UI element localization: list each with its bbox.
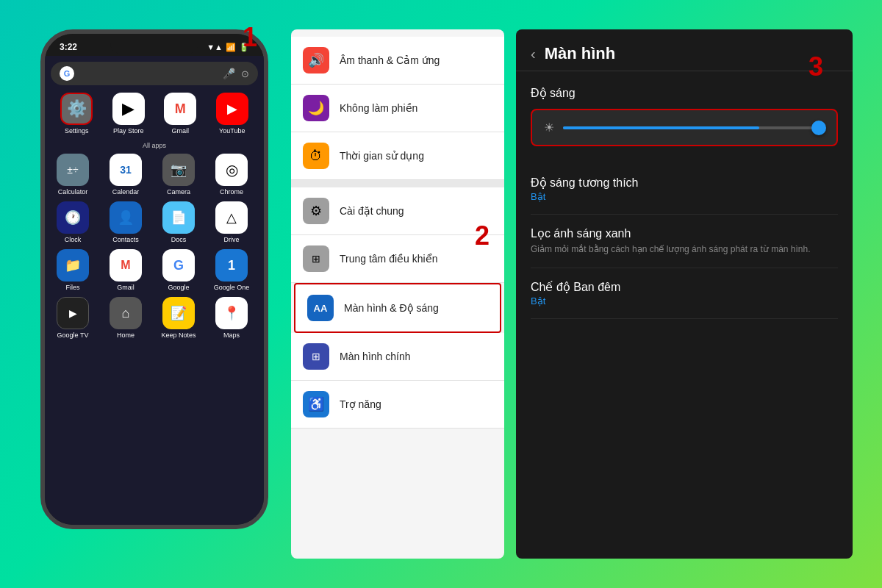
settings-item-control[interactable]: ⊞ Trung tâm điều khiển bbox=[291, 235, 504, 283]
files-icon: 📁 bbox=[57, 249, 89, 282]
app-drive[interactable]: △ Drive bbox=[209, 201, 254, 243]
app-contacts-label: Contacts bbox=[112, 236, 139, 243]
status-time: 3:22 bbox=[60, 42, 77, 52]
app-playstore[interactable]: ▶ Play Store bbox=[107, 93, 151, 135]
app-youtube-label: YouTube bbox=[219, 127, 245, 135]
mic-icon: 🎤 bbox=[223, 68, 235, 79]
nightmode-subtitle: Bật bbox=[531, 295, 838, 306]
phone-panel: 1 3:22 ▼▲ 📶 🔋 G 🎤 ⊙ bbox=[29, 29, 279, 559]
chrome-icon: ◎ bbox=[215, 154, 248, 186]
maps-icon: 📍 bbox=[215, 297, 248, 329]
camera-icon: 📷 bbox=[162, 154, 195, 186]
access-text: Trợ năng bbox=[340, 398, 381, 410]
app-camera[interactable]: 📷 Camera bbox=[157, 154, 201, 196]
settings-item-general[interactable]: ⚙ Cài đặt chung bbox=[291, 187, 504, 235]
app-playstore-label: Play Store bbox=[113, 127, 144, 135]
app-chrome-label: Chrome bbox=[220, 188, 243, 196]
app-maps[interactable]: 📍 Maps bbox=[209, 297, 254, 339]
homescreen-icon: ⊞ bbox=[303, 343, 329, 370]
app-calendar[interactable]: 31 Calendar bbox=[104, 154, 148, 196]
settings-item-access[interactable]: ♿ Trợ năng bbox=[291, 381, 504, 429]
dnd-icon: 🌙 bbox=[303, 95, 329, 121]
brightness-sun-icon: ☀ bbox=[544, 121, 554, 135]
lens-icon: ⊙ bbox=[241, 68, 249, 79]
app-calculator-label: Calculator bbox=[58, 188, 88, 196]
app-googletv[interactable]: ▶ Google TV bbox=[51, 297, 95, 339]
apps-grid: ±÷ Calculator 31 Calendar 📷 Camera ◎ Chr… bbox=[51, 154, 258, 339]
app-gmail-top[interactable]: M Gmail bbox=[158, 93, 202, 135]
settings-item-home[interactable]: ⊞ Màn hình chính bbox=[291, 333, 504, 381]
gmail-top-icon: M bbox=[164, 93, 196, 125]
app-youtube[interactable]: ▶ YouTube bbox=[210, 93, 254, 135]
back-button[interactable]: ‹ bbox=[531, 46, 536, 62]
clock-icon: 🕐 bbox=[57, 201, 89, 234]
option-adaptive[interactable]: Độ sáng tương thích Bật bbox=[531, 164, 838, 215]
homescreen-text: Màn hình chính bbox=[340, 351, 411, 362]
app-home[interactable]: ⌂ Home bbox=[104, 297, 148, 339]
googletv-icon: ▶ bbox=[57, 297, 89, 329]
display-page-title: Màn hình bbox=[545, 44, 616, 63]
app-keepnotes[interactable]: 📝 Keep Notes bbox=[157, 297, 201, 339]
settings-item-display[interactable]: AA Màn hình & Độ sáng bbox=[294, 283, 501, 333]
display-content: Độ sáng ☀ Độ sáng tương thích Bật Lọc án… bbox=[516, 71, 853, 334]
google-one-icon: 1 bbox=[215, 249, 248, 282]
app-gmail-top-label: Gmail bbox=[171, 127, 189, 135]
screentime-text: Thời gian sử dụng bbox=[340, 150, 424, 162]
brightness-slider-container[interactable]: ☀ bbox=[531, 109, 838, 146]
display-header: ‹ Màn hình bbox=[516, 29, 853, 71]
app-home-label: Home bbox=[117, 331, 135, 339]
app-google-one-label: Google One bbox=[214, 284, 250, 291]
control-icon: ⊞ bbox=[303, 245, 329, 272]
phone-screen: G 🎤 ⊙ ⚙️ Settings ▶ bbox=[45, 56, 264, 525]
brightness-thumb[interactable] bbox=[811, 121, 826, 135]
calendar-icon: 31 bbox=[110, 154, 142, 186]
app-settings[interactable]: ⚙️ Settings bbox=[54, 93, 98, 135]
main-container: 1 3:22 ▼▲ 📶 🔋 G 🎤 ⊙ bbox=[15, 15, 867, 573]
app-contacts[interactable]: 👤 Contacts bbox=[104, 201, 148, 243]
display-icon: AA bbox=[307, 295, 334, 321]
app-gmail2[interactable]: M Gmail bbox=[104, 249, 148, 291]
step-label-2: 2 bbox=[475, 220, 490, 251]
wifi-icon: 📶 bbox=[226, 43, 236, 52]
keepnotes-icon: 📝 bbox=[162, 297, 195, 329]
app-google[interactable]: G Google bbox=[157, 249, 201, 291]
app-camera-label: Camera bbox=[167, 188, 190, 196]
adaptive-subtitle: Bật bbox=[531, 191, 838, 202]
general-text: Cài đặt chung bbox=[340, 205, 404, 217]
settings-item-dnd[interactable]: 🌙 Không làm phiền bbox=[291, 85, 504, 132]
app-calculator[interactable]: ±÷ Calculator bbox=[51, 154, 95, 196]
app-google-label: Google bbox=[168, 284, 189, 291]
screentime-icon: ⏱ bbox=[303, 143, 329, 169]
app-docs-label: Docs bbox=[171, 236, 187, 243]
step-label-1: 1 bbox=[243, 22, 257, 53]
phone-notch bbox=[110, 34, 198, 54]
signal-icon: ▼▲ bbox=[207, 43, 223, 51]
playstore-icon: ▶ bbox=[112, 93, 145, 125]
settings-icon: ⚙️ bbox=[60, 93, 93, 125]
app-googletv-label: Google TV bbox=[57, 331, 89, 339]
app-google-one[interactable]: 1 Google One bbox=[209, 249, 254, 291]
app-chrome[interactable]: ◎ Chrome bbox=[209, 154, 254, 196]
app-docs[interactable]: 📄 Docs bbox=[157, 201, 201, 243]
app-clock-label: Clock bbox=[65, 236, 82, 243]
nightmode-title: Chế độ Ban đêm bbox=[531, 280, 838, 294]
access-icon: ♿ bbox=[303, 391, 329, 417]
youtube-icon: ▶ bbox=[216, 93, 248, 125]
settings-list: 🔊 Âm thanh & Cảm ứng 🌙 Không làm phiền ⏱… bbox=[291, 29, 504, 436]
display-panel: 3 ‹ Màn hình Độ sáng ☀ Độ sáng tương thí… bbox=[516, 29, 853, 559]
top-apps-row: ⚙️ Settings ▶ Play Store M bbox=[51, 93, 258, 135]
option-nightmode[interactable]: Chế độ Ban đêm Bật bbox=[531, 268, 838, 319]
option-bluelight[interactable]: Lọc ánh sáng xanh Giảm mỏi mắt bằng cách… bbox=[531, 215, 838, 268]
brightness-section: Độ sáng ☀ bbox=[531, 86, 838, 146]
settings-item-screentime[interactable]: ⏱ Thời gian sử dụng bbox=[291, 132, 504, 180]
docs-icon: 📄 bbox=[162, 201, 195, 234]
bluelight-desc: Giảm mỏi mắt bằng cách hạn chế lượng ánh… bbox=[531, 243, 838, 256]
gmail2-icon: M bbox=[110, 249, 142, 282]
app-clock[interactable]: 🕐 Clock bbox=[51, 201, 95, 243]
settings-item-sound[interactable]: 🔊 Âm thanh & Cảm ứng bbox=[291, 37, 504, 85]
app-files[interactable]: 📁 Files bbox=[51, 249, 95, 291]
brightness-fill bbox=[563, 126, 759, 129]
home-icon: ⌂ bbox=[110, 297, 142, 329]
drive-icon: △ bbox=[215, 201, 248, 234]
search-bar[interactable]: G 🎤 ⊙ bbox=[51, 62, 258, 85]
